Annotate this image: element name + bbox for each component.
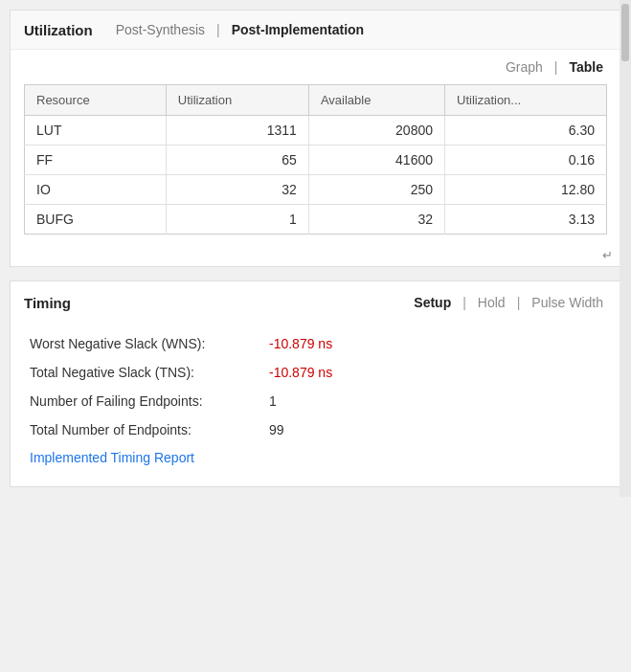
cell-resource: IO	[25, 175, 167, 205]
timing-tab-group: Setup | Hold | Pulse Width	[410, 293, 607, 312]
timing-title: Timing	[24, 295, 71, 311]
cell-resource: FF	[25, 146, 167, 175]
cell-available: 20800	[308, 116, 444, 146]
tab-separator-1: |	[216, 22, 220, 37]
utilization-header: Utilization Post-Synthesis | Post-Implem…	[11, 11, 620, 50]
timing-row-label: Total Number of Endpoints:	[30, 422, 259, 437]
timing-row-value: 99	[269, 422, 284, 437]
cell-utilization: 1	[166, 205, 308, 235]
cell-available: 32	[308, 205, 444, 235]
col-header-available: Available	[308, 85, 444, 116]
timing-row: Number of Failing Endpoints:1	[30, 387, 601, 415]
timing-row-value: -10.879 ns	[269, 365, 332, 380]
timing-sep-1: |	[462, 295, 466, 310]
table-row: BUFG 1 32 3.13	[25, 205, 607, 235]
timing-content: Worst Negative Slack (WNS):-10.879 nsTot…	[11, 320, 620, 486]
col-header-utilization: Utilization	[166, 85, 308, 116]
timing-tab-hold[interactable]: Hold	[474, 293, 509, 312]
utilization-title: Utilization	[24, 22, 93, 38]
timing-row-label: Total Negative Slack (TNS):	[30, 365, 259, 380]
cell-utilization: 32	[166, 175, 308, 205]
tab-post-implementation[interactable]: Post-Implementation	[228, 20, 368, 39]
cell-resource: LUT	[25, 116, 167, 146]
col-header-util-pct: Utilization...	[445, 85, 607, 116]
cell-util-pct: 12.80	[445, 175, 607, 205]
scrollbar-track[interactable]	[620, 0, 631, 497]
tab-post-synthesis[interactable]: Post-Synthesis	[112, 20, 209, 39]
timing-row-label: Worst Negative Slack (WNS):	[30, 336, 259, 351]
timing-sep-2: |	[517, 295, 521, 310]
timing-row: Total Number of Endpoints:99	[30, 415, 601, 444]
cell-resource: BUFG	[25, 205, 167, 235]
timing-section: Timing Setup | Hold | Pulse Width Worst …	[10, 280, 621, 487]
timing-row: Worst Negative Slack (WNS):-10.879 ns	[30, 329, 601, 358]
timing-row-value: 1	[269, 393, 277, 409]
implemented-timing-report-link[interactable]: Implemented Timing Report	[30, 444, 194, 471]
view-tab-graph[interactable]: Graph	[502, 57, 547, 77]
utilization-section: Utilization Post-Synthesis | Post-Implem…	[10, 10, 621, 267]
timing-row: Total Negative Slack (TNS):-10.879 ns	[30, 358, 601, 387]
timing-row-value: -10.879 ns	[269, 336, 332, 351]
table-row: FF 65 41600 0.16	[25, 146, 607, 175]
utilization-tab-group: Post-Synthesis | Post-Implementation	[112, 20, 368, 39]
view-tab-table[interactable]: Table	[565, 57, 607, 77]
cell-available: 41600	[308, 146, 444, 175]
cell-util-pct: 6.30	[445, 116, 607, 146]
table-row: LUT 1311 20800 6.30	[25, 116, 607, 146]
timing-header: Timing Setup | Hold | Pulse Width	[11, 281, 620, 320]
table-header-row: Resource Utilization Available Utilizati…	[25, 85, 607, 116]
timing-tab-setup[interactable]: Setup	[410, 293, 455, 312]
cell-utilization: 65	[166, 146, 308, 175]
table-row: IO 32 250 12.80	[25, 175, 607, 205]
scrollbar-thumb[interactable]	[621, 4, 629, 61]
cell-util-pct: 0.16	[445, 146, 607, 175]
cell-util-pct: 3.13	[445, 205, 607, 235]
timing-tab-pulse-width[interactable]: Pulse Width	[528, 293, 607, 312]
timing-row-label: Number of Failing Endpoints:	[30, 393, 259, 409]
return-arrow: ↵	[11, 244, 620, 266]
utilization-table: Resource Utilization Available Utilizati…	[24, 84, 607, 235]
cell-available: 250	[308, 175, 444, 205]
view-controls: Graph | Table	[11, 50, 620, 84]
col-header-resource: Resource	[25, 85, 167, 116]
cell-utilization: 1311	[166, 116, 308, 146]
view-separator: |	[554, 59, 558, 75]
